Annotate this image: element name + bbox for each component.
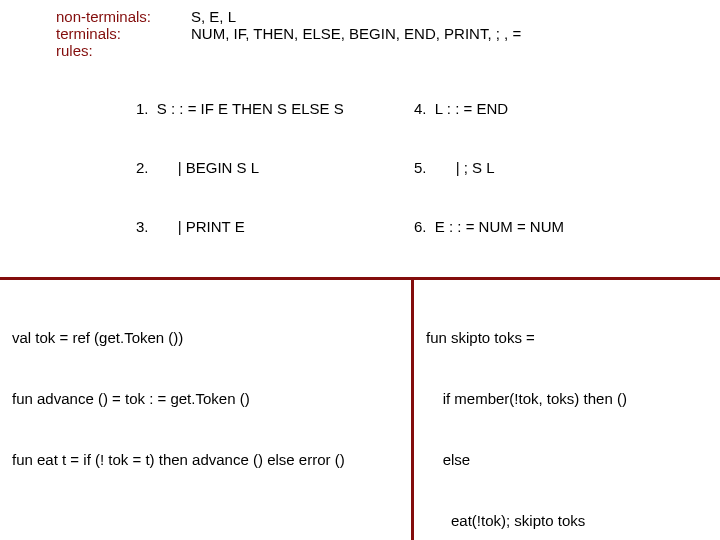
- code-right: fun skipto toks = if member(!tok, toks) …: [414, 280, 720, 540]
- rules-left: 1. S : : = IF E THEN S ELSE S 2. | BEGIN…: [136, 59, 414, 277]
- slide: non-terminals: S, E, L terminals: NUM, I…: [0, 0, 720, 540]
- rules-right: 4. L : : = END 5. | ; S L 6. E : : = NUM…: [414, 59, 692, 277]
- rules-label: rules:: [56, 42, 191, 59]
- code-right-line-3: else: [426, 450, 712, 470]
- grammar-block: non-terminals: S, E, L terminals: NUM, I…: [0, 0, 720, 277]
- terminals-row: terminals: NUM, IF, THEN, ELSE, BEGIN, E…: [56, 25, 720, 42]
- terminals-value: NUM, IF, THEN, ELSE, BEGIN, END, PRINT, …: [191, 25, 521, 42]
- code-left: val tok = ref (get.Token ()) fun advance…: [0, 280, 414, 540]
- rule-2: 2. | BEGIN S L: [136, 158, 414, 178]
- code-left-line-1: val tok = ref (get.Token ()): [12, 328, 403, 348]
- code-right-line-4: eat(!tok); skipto toks: [426, 511, 712, 531]
- code-right-line-2: if member(!tok, toks) then (): [426, 389, 712, 409]
- terminals-label: terminals:: [56, 25, 191, 42]
- nonterminals-label: non-terminals:: [56, 8, 191, 25]
- rules-row-label: rules:: [56, 42, 720, 59]
- rules-columns: 1. S : : = IF E THEN S ELSE S 2. | BEGIN…: [56, 59, 720, 277]
- nonterminals-value: S, E, L: [191, 8, 236, 25]
- code-left-line-3: fun eat t = if (! tok = t) then advance …: [12, 450, 403, 470]
- rule-3: 3. | PRINT E: [136, 217, 414, 237]
- nonterminals-row: non-terminals: S, E, L: [56, 8, 720, 25]
- rule-4: 4. L : : = END: [414, 99, 692, 119]
- mid-code-row: val tok = ref (get.Token ()) fun advance…: [0, 280, 720, 540]
- code-left-line-2: fun advance () = tok : = get.Token (): [12, 389, 403, 409]
- rule-6: 6. E : : = NUM = NUM: [414, 217, 692, 237]
- rule-5: 5. | ; S L: [414, 158, 692, 178]
- code-right-line-1: fun skipto toks =: [426, 328, 712, 348]
- rule-1: 1. S : : = IF E THEN S ELSE S: [136, 99, 414, 119]
